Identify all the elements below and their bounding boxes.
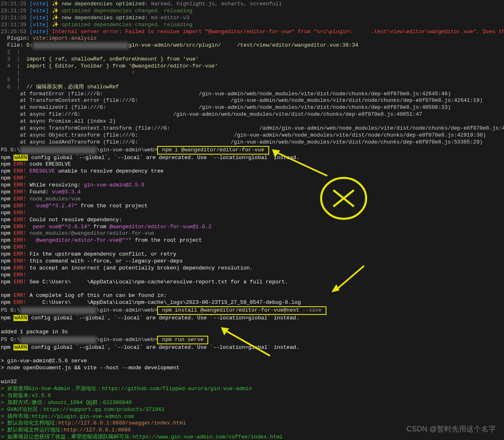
stack-line: at formatError (file:///G: /gin-vue-admi…: [1, 91, 503, 98]
stack-line: at async loadAndTransform (file:///G: /g…: [1, 139, 503, 146]
npm-err-line: npm ERR! A complete log of this run can …: [1, 292, 503, 299]
stack-line: at TransformContext.error (file:///G: /g…: [1, 97, 503, 104]
npm-err-line: npm ERR! node_modules/vue: [1, 196, 503, 203]
npm-warn: npm WARN config global `--global`, `--lo…: [1, 155, 503, 162]
npm-err-line: npm ERR!: [1, 272, 503, 279]
code-line: 6 | // 编辑器实例，必须用 shallowRef: [1, 84, 503, 91]
npm-err-line: npm ERR! See C:\Users\ \AppData\Local\np…: [1, 279, 503, 286]
stack-line: at normalizeUrl (file:///G: /gin-vue-adm…: [1, 104, 503, 111]
win32-line: win32: [1, 379, 503, 386]
npm-err-line: npm ERR! vue@"^3.2.47" from the root pro…: [1, 203, 503, 210]
code-caret: | ^: [1, 70, 503, 77]
plugin-line: Plugin: vite:import-analysis: [1, 35, 503, 42]
npm-err-line: npm ERR! to accept an incorrect (and pot…: [1, 265, 503, 272]
error-line: 23:26:53 [vite] Internal server error: F…: [1, 29, 503, 36]
terminal-output[interactable]: 23:21:25 [vite] ✨ new dependencies optim…: [1, 1, 503, 440]
log-line: 23:21:25 [vite] ✨ optimized dependencies…: [1, 8, 503, 15]
prompt-line: PS G:\xxxxxxxxxxxxxxxxxxxxxxxx\gin-vue-a…: [1, 336, 503, 344]
npm-err-line: npm ERR!: [1, 210, 503, 217]
prompt-line: PS G:\xxxxxxxxxxxxxxxxxxxxxxxx\gin-vue-a…: [1, 146, 503, 155]
npm-err-line: npm ERR! Could not resolve dependency:: [1, 217, 503, 224]
npm-warn: npm WARN config global `--global`, `--lo…: [1, 315, 503, 322]
npm-err-line: npm ERR! While resolving: gin-vue-admin@…: [1, 182, 503, 189]
code-line: 5 |: [1, 77, 503, 84]
npm-err-line: npm ERR! Fix the upstream dependency con…: [1, 251, 503, 258]
info-line: > 当前版本:v2.5.6: [1, 393, 503, 400]
file-line: File: G:xxxxxxxxxxxxxxxxxxxxxxxxxxxxxxgi…: [1, 42, 503, 49]
log-line: 23:21:25 [vite] ✨ new dependencies optim…: [1, 1, 503, 8]
npm-err-line: npm ERR! Found: vue@3.3.4: [1, 189, 503, 196]
npm-err-line: npm ERR! peer vue@"^2.6.14" from @wanged…: [1, 224, 503, 231]
npm-err-line: npm ERR! @wangeditor/editor-for-vue@"*" …: [1, 237, 503, 244]
stack-line: at async file:///G: /gin-vue-admin/web/n…: [1, 111, 503, 118]
npm-err-line: npm ERR! ERESOLVE unable to resolve depe…: [1, 168, 503, 175]
code-line: 2 |: [1, 49, 503, 56]
watermark-text: CSDN @暂时先用这个名字: [407, 424, 496, 434]
stack-line: at async Promise.all (index 2): [1, 118, 503, 125]
stack-line: at async TransformContext.transform (fil…: [1, 125, 503, 132]
npm-err-line: npm ERR! node_modules/@wangeditor/editor…: [1, 230, 503, 237]
serve-line: > gin-vue-admin@2.5.6 serve: [1, 358, 503, 365]
npm-err-line: npm ERR!: [1, 175, 503, 182]
info-line: > GVA讨论社区：https://support.qq.com/product…: [1, 406, 503, 413]
prompt-line: PS G:\xxxxxxxxxxxxxxxxxxxxxxxx\gin-vue-a…: [1, 306, 503, 315]
info-line: > 如果项目让您获得了收益，希望您能请团队喝杯可乐:https://www.gi…: [1, 434, 503, 440]
npm-err-line: npm ERR! C:\Users\ \AppData\Local\npm-ca…: [1, 299, 503, 306]
code-line: 3 | import { ref, shallowRef, onBeforeUn…: [1, 56, 503, 63]
npm-err-line: npm ERR! this command with --force, or -…: [1, 258, 503, 265]
info-line: > 欢迎使用Gin-Vue-Admin，开源地址：https://github.…: [1, 386, 503, 393]
added-line: added 1 package in 3s: [1, 329, 503, 336]
npm-err-line: npm ERR!: [1, 244, 503, 251]
info-line: > 插件市场:https://plugin.gin-vue-admin.com: [1, 413, 503, 420]
code-line: 4 | import { Editor, Toolbar } from '@wa…: [1, 63, 503, 70]
npm-warn: npm WARN config global `--global`, `--lo…: [1, 344, 503, 351]
info-line: > 加群方式:微信：shouzi_1994 QQ群：622360840: [1, 400, 503, 406]
stack-line: at async Object.transform (file:///G: /g…: [1, 132, 503, 139]
npm-err-line: npm ERR! code ERESOLVE: [1, 161, 503, 168]
npm-err-line: [1, 286, 503, 293]
log-line: 23:21:39 [vite] ✨ new dependencies optim…: [1, 15, 503, 22]
log-line: 23:21:39 [vite] ✨ optimized dependencies…: [1, 22, 503, 29]
serve-line: > node openDocument.js && vite --host --…: [1, 365, 503, 372]
